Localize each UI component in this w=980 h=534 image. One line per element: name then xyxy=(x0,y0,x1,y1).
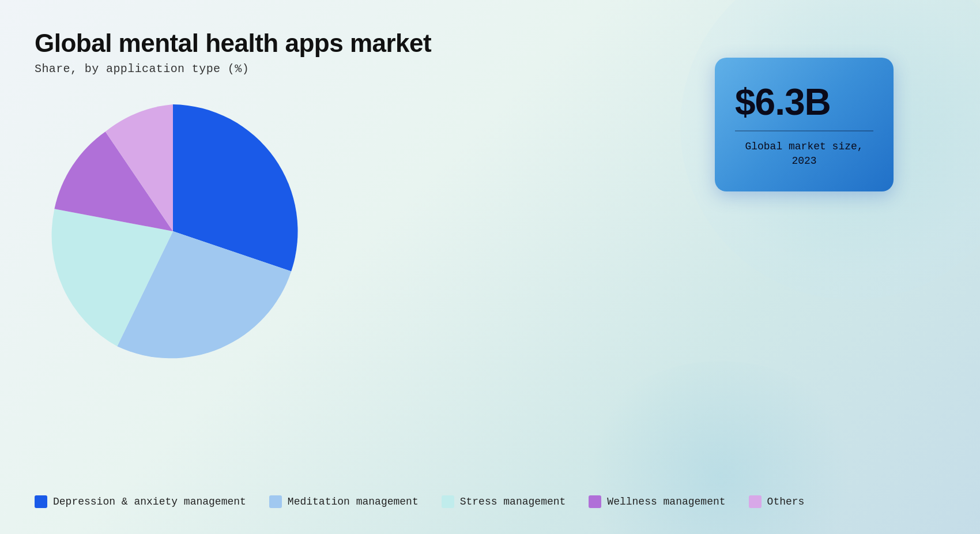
legend-label-stress: Stress management xyxy=(460,496,566,507)
legend-swatch-stress xyxy=(442,495,454,508)
page-title: Global mental health apps market xyxy=(35,29,945,58)
pie-chart xyxy=(35,93,311,370)
legend-item-others: Others xyxy=(749,495,805,508)
main-container: Global mental health apps market Share, … xyxy=(0,0,980,534)
market-size-value: $6.3B xyxy=(735,81,873,123)
legend-swatch-meditation xyxy=(269,495,282,508)
chart-legend: Depression & anxiety management Meditati… xyxy=(35,495,804,508)
legend-swatch-wellness xyxy=(589,495,601,508)
market-size-label: Global market size,2023 xyxy=(735,140,873,168)
legend-label-depression: Depression & anxiety management xyxy=(53,496,246,507)
legend-label-meditation: Meditation management xyxy=(288,496,419,507)
legend-swatch-others xyxy=(749,495,762,508)
legend-label-wellness: Wellness management xyxy=(607,496,725,507)
pie-chart-wrapper xyxy=(35,93,311,370)
legend-item-depression: Depression & anxiety management xyxy=(35,495,246,508)
info-card: $6.3B Global market size,2023 xyxy=(715,58,894,191)
legend-item-stress: Stress management xyxy=(442,495,566,508)
legend-item-meditation: Meditation management xyxy=(269,495,419,508)
legend-swatch-depression xyxy=(35,495,47,508)
legend-item-wellness: Wellness management xyxy=(589,495,725,508)
info-card-divider xyxy=(735,130,873,131)
legend-label-others: Others xyxy=(767,496,805,507)
